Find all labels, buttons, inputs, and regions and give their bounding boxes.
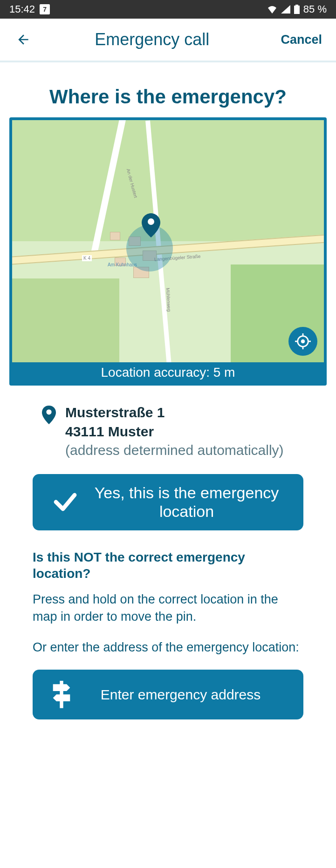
enter-address-button[interactable]: Enter emergency address bbox=[33, 670, 303, 719]
battery-percent: 85 % bbox=[303, 3, 327, 15]
map-street-label-3: Mühlenweg bbox=[165, 288, 172, 312]
address-note: (address determined automatically) bbox=[65, 441, 284, 460]
svg-point-9 bbox=[46, 409, 51, 414]
battery-icon bbox=[294, 5, 300, 14]
map-road-label: K 4 bbox=[82, 255, 92, 261]
alt-instruction: Press and hold on the correct location i… bbox=[33, 591, 303, 625]
location-accuracy-label: Location accuracy: 5 m bbox=[12, 362, 324, 383]
wifi-icon bbox=[267, 5, 277, 14]
address-line-2: 43111 Muster bbox=[65, 422, 284, 441]
page-heading: Where is the emergency? bbox=[9, 86, 327, 108]
address-block: Musterstraße 1 43111 Muster (address det… bbox=[9, 395, 327, 474]
map[interactable]: K 4 Am Kuhnhaus Langenbügeler Straße An … bbox=[12, 120, 324, 362]
signpost-icon bbox=[51, 681, 72, 708]
map-pin-icon[interactable] bbox=[142, 213, 160, 237]
alt-heading: Is this NOT the correct emergency locati… bbox=[33, 549, 303, 582]
calendar-icon: 7 bbox=[40, 4, 50, 14]
check-icon bbox=[51, 488, 79, 516]
cancel-button[interactable]: Cancel bbox=[281, 33, 322, 47]
svg-point-2 bbox=[148, 218, 154, 225]
crosshair-icon bbox=[295, 333, 311, 349]
confirm-button-label: Yes, this is the emergency location bbox=[93, 483, 289, 522]
confirm-location-button[interactable]: Yes, this is the emergency location bbox=[33, 474, 303, 531]
status-time: 15:42 bbox=[9, 3, 35, 15]
map-container: K 4 Am Kuhnhaus Langenbügeler Straße An … bbox=[9, 117, 327, 386]
enter-button-label: Enter emergency address bbox=[86, 687, 289, 703]
app-bar: Emergency call Cancel bbox=[0, 19, 336, 62]
signal-icon bbox=[281, 5, 290, 14]
alt-or-text: Or enter the address of the emergency lo… bbox=[33, 639, 303, 656]
status-bar: 15:42 7 85 % bbox=[0, 0, 336, 19]
app-title: Emergency call bbox=[23, 30, 281, 49]
locate-button[interactable] bbox=[288, 327, 317, 356]
pin-icon bbox=[42, 406, 56, 424]
svg-rect-1 bbox=[294, 6, 300, 14]
address-line-1: Musterstraße 1 bbox=[65, 403, 284, 422]
svg-rect-0 bbox=[295, 5, 298, 6]
svg-point-4 bbox=[301, 339, 305, 344]
